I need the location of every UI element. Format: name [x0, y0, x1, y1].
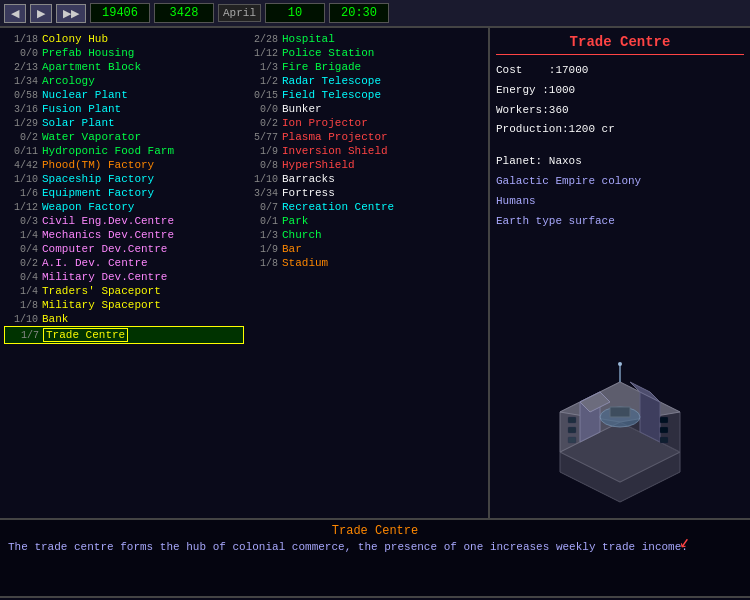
building-name: Mechanics Dev.Centre	[42, 229, 174, 241]
building-count: 0/3	[6, 216, 38, 227]
building-item[interactable]: 1/4Mechanics Dev.Centre	[4, 228, 244, 242]
building-count: 2/28	[246, 34, 278, 45]
building-count: 1/3	[246, 230, 278, 241]
building-item[interactable]: 1/29Solar Plant	[4, 116, 244, 130]
play-btn[interactable]: ▶	[30, 4, 52, 23]
building-col-left: 1/18Colony Hub0/0Prefab Housing2/13Apart…	[4, 32, 244, 514]
building-count: 0/2	[6, 258, 38, 269]
desc-text: The trade centre forms the hub of coloni…	[8, 540, 742, 555]
building-item[interactable]: 4/42Phood(TM) Factory	[4, 158, 244, 172]
building-name: Prefab Housing	[42, 47, 134, 59]
building-count: 1/10	[6, 314, 38, 325]
building-count: 4/42	[6, 160, 38, 171]
building-item[interactable]: 0/15Field Telescope	[244, 88, 484, 102]
building-item[interactable]: 5/77Plasma Projector	[244, 130, 484, 144]
building-count: 0/0	[6, 48, 38, 59]
building-name: Solar Plant	[42, 117, 115, 129]
building-count: 0/58	[6, 90, 38, 101]
building-item[interactable]: 1/8Stadium	[244, 256, 484, 270]
building-count: 2/13	[6, 62, 38, 73]
building-item[interactable]: 0/7Recreation Centre	[244, 200, 484, 214]
building-name: Spaceship Factory	[42, 173, 154, 185]
building-item[interactable]: 0/11Hydroponic Food Farm	[4, 144, 244, 158]
building-item[interactable]: 3/34Fortress	[244, 186, 484, 200]
building-name: Fortress	[282, 187, 335, 199]
building-name: Bunker	[282, 103, 322, 115]
building-item[interactable]: 1/7Trade Centre	[4, 326, 244, 344]
building-count: 1/3	[246, 62, 278, 73]
building-count: 0/4	[6, 244, 38, 255]
prev-btn[interactable]: ◀	[4, 4, 26, 23]
building-item[interactable]: 1/9Inversion Shield	[244, 144, 484, 158]
building-name: Traders' Spaceport	[42, 285, 161, 297]
building-count: 0/11	[6, 146, 38, 157]
building-count: 1/29	[6, 118, 38, 129]
svg-point-10	[618, 362, 622, 366]
building-count: 0/7	[246, 202, 278, 213]
building-name: Recreation Centre	[282, 201, 394, 213]
building-name: Military Dev.Centre	[42, 271, 167, 283]
building-item[interactable]: 0/8HyperShield	[244, 158, 484, 172]
building-item[interactable]: 0/3Civil Eng.Dev.Centre	[4, 214, 244, 228]
building-name: Inversion Shield	[282, 145, 388, 157]
building-name: Barracks	[282, 173, 335, 185]
building-item[interactable]: 0/2Ion Projector	[244, 116, 484, 130]
building-count: 3/16	[6, 104, 38, 115]
building-name: Nuclear Plant	[42, 89, 128, 101]
building-item[interactable]: 1/10Spaceship Factory	[4, 172, 244, 186]
building-name: Hospital	[282, 33, 335, 45]
building-item[interactable]: 1/10Bank	[4, 312, 244, 326]
building-count: 1/7	[7, 330, 39, 341]
building-name: Colony Hub	[42, 33, 108, 45]
building-item[interactable]: 1/12Police Station	[244, 46, 484, 60]
building-name: Radar Telescope	[282, 75, 381, 87]
desc-title: Trade Centre	[8, 524, 742, 538]
building-name: Apartment Block	[42, 61, 141, 73]
building-count: 1/4	[6, 286, 38, 297]
building-count: 1/6	[6, 188, 38, 199]
svg-rect-18	[610, 407, 630, 417]
svg-rect-15	[660, 427, 668, 433]
building-item[interactable]: 1/2Radar Telescope	[244, 74, 484, 88]
building-name: Arcology	[42, 75, 95, 87]
building-col-right: 2/28Hospital1/12Police Station1/3Fire Br…	[244, 32, 484, 514]
building-item[interactable]: 2/28Hospital	[244, 32, 484, 46]
building-item[interactable]: 0/2Water Vaporator	[4, 130, 244, 144]
building-item[interactable]: 0/4Military Dev.Centre	[4, 270, 244, 284]
building-item[interactable]: 0/0Prefab Housing	[4, 46, 244, 60]
building-item[interactable]: 1/4Traders' Spaceport	[4, 284, 244, 298]
building-item[interactable]: 1/6Equipment Factory	[4, 186, 244, 200]
building-name: Bank	[42, 313, 68, 325]
building-name: Computer Dev.Centre	[42, 243, 167, 255]
building-count: 0/0	[246, 104, 278, 115]
building-item[interactable]: 1/9Bar	[244, 242, 484, 256]
main-area: 1/18Colony Hub0/0Prefab Housing2/13Apart…	[0, 28, 750, 518]
building-item[interactable]: 0/1Park	[244, 214, 484, 228]
building-item[interactable]: 0/58Nuclear Plant	[4, 88, 244, 102]
building-count: 0/8	[246, 160, 278, 171]
building-item[interactable]: 1/3Church	[244, 228, 484, 242]
building-item[interactable]: 1/34Arcology	[4, 74, 244, 88]
building-count: 1/4	[6, 230, 38, 241]
building-count: 3/34	[246, 188, 278, 199]
svg-rect-14	[660, 417, 668, 423]
building-item[interactable]: 1/12Weapon Factory	[4, 200, 244, 214]
building-name: Phood(TM) Factory	[42, 159, 154, 171]
fast-btn[interactable]: ▶▶	[56, 4, 86, 23]
building-item[interactable]: 1/18Colony Hub	[4, 32, 244, 46]
building-item[interactable]: 0/2A.I. Dev. Centre	[4, 256, 244, 270]
description-area: Trade Centre The trade centre forms the …	[0, 518, 750, 598]
building-item[interactable]: 3/16Fusion Plant	[4, 102, 244, 116]
building-name: Equipment Factory	[42, 187, 154, 199]
building-item[interactable]: 1/3Fire Brigade	[244, 60, 484, 74]
building-item[interactable]: 1/10Barracks	[244, 172, 484, 186]
svg-rect-13	[568, 437, 576, 443]
building-count: 0/2	[246, 118, 278, 129]
building-item[interactable]: 2/13Apartment Block	[4, 60, 244, 74]
building-item[interactable]: 0/0Bunker	[244, 102, 484, 116]
stat-credits: 19406	[90, 3, 150, 23]
building-item[interactable]: 0/4Computer Dev.Centre	[4, 242, 244, 256]
info-title: Trade Centre	[496, 34, 744, 55]
building-item[interactable]: 1/8Military Spaceport	[4, 298, 244, 312]
building-count: 1/2	[246, 76, 278, 87]
